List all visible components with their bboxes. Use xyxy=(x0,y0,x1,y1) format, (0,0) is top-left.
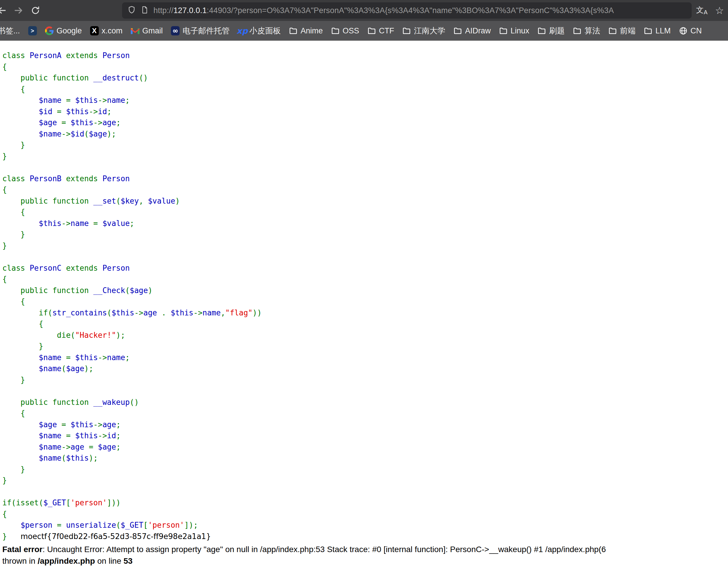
folder-icon xyxy=(453,27,462,35)
bookmark-item[interactable]: 算法 xyxy=(573,25,600,36)
folder-icon xyxy=(608,27,617,35)
bookmark-item[interactable]: > xyxy=(28,27,37,35)
bookmark-label: 算法 xyxy=(584,25,600,36)
bookmark-item[interactable]: Google xyxy=(45,27,82,36)
bookmark-item[interactable]: ∞电子邮件托管 xyxy=(171,25,230,36)
bookmark-item[interactable]: 前端 xyxy=(608,25,636,36)
code-line: $name = $this->name; xyxy=(2,352,728,363)
code-line: } xyxy=(2,151,728,162)
bookmark-item[interactable]: 刷题 xyxy=(537,25,565,36)
code-line: $name = $this->id; xyxy=(2,430,728,441)
folder-icon xyxy=(499,27,508,35)
code-line: { xyxy=(2,207,728,218)
folder-icon xyxy=(537,27,546,35)
code-line: $age = $this->age; xyxy=(2,419,728,430)
php-source-code: class PersonA extends Person{ public fun… xyxy=(2,50,728,542)
site-security-shield-icon[interactable] xyxy=(127,5,136,15)
x-icon: X xyxy=(90,27,99,35)
bookmark-item[interactable]: 江南大学 xyxy=(402,25,445,36)
code-line: $name($this); xyxy=(2,453,728,464)
bookmark-item[interactable]: Anime xyxy=(289,27,323,36)
code-line: $age = $this->age; xyxy=(2,117,728,128)
url-scheme: http:// xyxy=(153,6,174,15)
bookmark-label: CTF xyxy=(379,27,394,36)
code-line: $this->name = $value; xyxy=(2,218,728,229)
bookmark-label: 书签... xyxy=(0,25,20,36)
code-line: $person = unserialize($_GET['person']); xyxy=(2,520,728,531)
code-line: $name->age = $age; xyxy=(2,441,728,453)
code-line: { xyxy=(2,408,728,419)
code-line: if(str_contains($this->age . $this->name… xyxy=(2,307,728,319)
bookmark-item[interactable]: Gmail xyxy=(131,27,163,36)
code-line: } xyxy=(2,240,728,252)
bookmark-label: Google xyxy=(57,27,82,36)
code-line: class PersonB extends Person xyxy=(2,173,728,185)
folder-icon xyxy=(644,27,652,35)
bookmark-label: Anime xyxy=(300,27,323,36)
bookmark-label: 前端 xyxy=(620,25,636,36)
mail-host-icon: ∞ xyxy=(171,27,180,35)
translate-icon[interactable]: 文A xyxy=(696,6,708,15)
bookmark-star-icon[interactable]: ☆ xyxy=(715,5,724,15)
bookmark-label: CN xyxy=(690,27,702,36)
bookmark-item[interactable]: CN xyxy=(679,27,702,36)
bookmark-item[interactable]: xp小皮面板 xyxy=(238,25,281,36)
bookmark-label: Gmail xyxy=(142,27,163,36)
bookmark-item[interactable]: LLM xyxy=(644,27,671,36)
code-line xyxy=(2,385,728,397)
forward-icon[interactable] xyxy=(13,5,24,16)
code-line: public function __destruct() xyxy=(2,72,728,84)
nav-button-group xyxy=(0,5,122,16)
back-icon[interactable] xyxy=(0,5,7,16)
code-line: } moectf{7f0edb22-f6a5-52d3-857c-ff9e98e… xyxy=(2,531,728,542)
bookmark-label: 江南大学 xyxy=(414,25,445,36)
bookmark-item[interactable]: AIDraw xyxy=(453,27,491,36)
code-line xyxy=(2,162,728,173)
code-line xyxy=(2,251,728,263)
folder-icon xyxy=(573,27,582,35)
page-content: class PersonA extends Person{ public fun… xyxy=(0,41,728,567)
bookmark-item[interactable]: OSS xyxy=(331,27,359,36)
folder-icon xyxy=(402,27,411,35)
code-line: } xyxy=(2,140,728,151)
chevron-badge-icon: > xyxy=(28,27,37,35)
folder-icon xyxy=(289,27,298,35)
code-line: public function __wakeup() xyxy=(2,397,728,408)
code-line: } xyxy=(2,229,728,240)
code-line: $name = $this->name; xyxy=(2,95,728,106)
folder-icon xyxy=(331,27,340,35)
bookmark-item[interactable]: Xx.com xyxy=(90,27,123,36)
php-fatal-error: Fatal error: Uncaught Error: Attempt to … xyxy=(2,544,728,567)
code-line: $name->$id($age); xyxy=(2,128,728,140)
browser-window: http://127.0.0.1:44903/?person=O%3A7%3A"… xyxy=(0,0,728,573)
address-bar[interactable]: http://127.0.0.1:44903/?person=O%3A7%3A"… xyxy=(122,2,692,18)
bookmark-item[interactable]: CTF xyxy=(367,27,394,36)
bookmark-label: OSS xyxy=(343,27,359,36)
code-line: { xyxy=(2,318,728,330)
bookmarks-bar: 书签...>GoogleXx.comGmail∞电子邮件托管xp小皮面板Anim… xyxy=(0,21,728,41)
code-line: } xyxy=(2,374,728,386)
code-line: } xyxy=(2,464,728,475)
xp-icon: xp xyxy=(238,27,246,35)
bookmark-label: LLM xyxy=(656,27,671,36)
url-query: :44903/?person=O%3A7%3A"PersonA"%3A3%3A{… xyxy=(207,6,614,15)
bookmark-item[interactable]: 书签... xyxy=(0,25,20,36)
code-line: class PersonC extends Person xyxy=(2,263,728,274)
google-icon xyxy=(45,27,54,35)
bookmark-label: 电子邮件托管 xyxy=(183,25,230,36)
bookmark-label: x.com xyxy=(102,27,123,36)
bookmark-label: Linux xyxy=(511,27,530,36)
code-line: { xyxy=(2,61,728,72)
url-text[interactable]: http://127.0.0.1:44903/?person=O%3A7%3A"… xyxy=(153,6,614,15)
code-line: { xyxy=(2,509,728,520)
globe-icon xyxy=(679,27,688,35)
toolbar-right-icons: 文A ☆ xyxy=(696,5,728,15)
code-line: { xyxy=(2,296,728,307)
bookmark-item[interactable]: Linux xyxy=(499,27,530,36)
reload-icon[interactable] xyxy=(30,5,41,16)
page-document-icon[interactable] xyxy=(141,6,149,15)
code-line: public function __Check($age) xyxy=(2,285,728,296)
code-line: public function __set($key, $value) xyxy=(2,196,728,207)
code-line: if(isset($_GET['person'])) xyxy=(2,497,728,509)
code-line: { xyxy=(2,273,728,285)
